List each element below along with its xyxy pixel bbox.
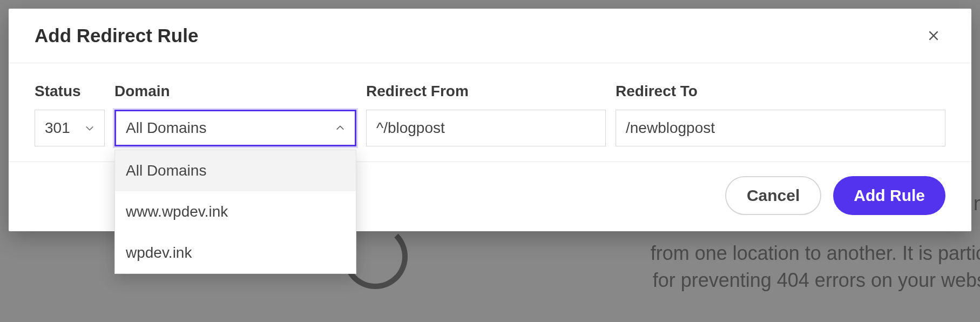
- close-icon: [927, 29, 941, 43]
- domain-option[interactable]: wpdev.ink: [115, 232, 356, 273]
- add-rule-button[interactable]: Add Rule: [833, 176, 945, 215]
- status-value: 301: [45, 119, 70, 137]
- redirect-to-label: Redirect To: [616, 83, 945, 100]
- status-label: Status: [35, 83, 105, 100]
- domain-label: Domain: [114, 83, 356, 100]
- cancel-button[interactable]: Cancel: [725, 176, 821, 215]
- redirect-to-column: Redirect To: [616, 83, 945, 146]
- modal-header: Add Redirect Rule: [9, 9, 971, 63]
- redirect-from-input[interactable]: [366, 110, 606, 146]
- domain-column: Domain All Domains All Domains www.wpdev…: [114, 83, 356, 146]
- chevron-up-icon: [335, 123, 345, 133]
- redirect-from-column: Redirect From: [366, 83, 606, 146]
- modal-title: Add Redirect Rule: [35, 25, 198, 46]
- status-column: Status 301: [35, 83, 105, 146]
- background-text-line2: for preventing 404 errors on your websit: [653, 269, 980, 292]
- background-text-line1: from one location to another. It is part…: [651, 238, 980, 269]
- domain-option[interactable]: All Domains: [115, 150, 356, 191]
- domain-dropdown: All Domains www.wpdev.ink wpdev.ink: [114, 150, 356, 274]
- chevron-down-icon: [85, 123, 94, 133]
- domain-select[interactable]: All Domains: [114, 110, 356, 146]
- redirect-from-label: Redirect From: [366, 83, 606, 100]
- add-redirect-modal: Add Redirect Rule Status 301 Domain All …: [9, 9, 971, 231]
- status-select[interactable]: 301: [35, 110, 105, 146]
- close-button[interactable]: [922, 24, 945, 48]
- background-text-fragment: n: [974, 192, 980, 215]
- domain-value: All Domains: [126, 119, 206, 137]
- redirect-to-input[interactable]: [616, 110, 945, 146]
- modal-body: Status 301 Domain All Domains All Domain…: [9, 63, 971, 162]
- domain-option[interactable]: www.wpdev.ink: [115, 191, 356, 232]
